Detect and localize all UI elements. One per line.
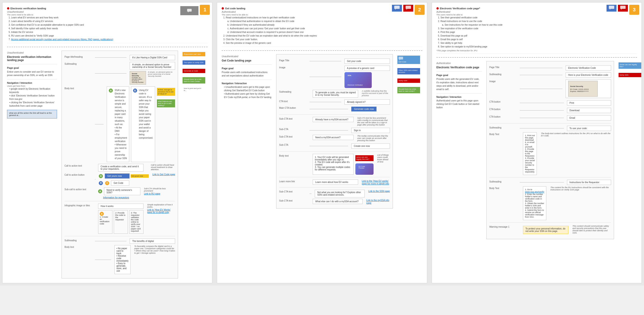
sub-cta-annotation: Sub-CTA should be less prominent [144, 187, 175, 192]
panel-3-notes: Authentication Electronic Verification c… [436, 61, 482, 239]
p2-sub-cta2-btn-row: Sub-CTA Create one now [279, 143, 390, 149]
p3-subheading2-field: To use your code: [567, 126, 611, 131]
body-text-row: Body text A SSA's new Electronic Verific… [64, 86, 175, 162]
p2-create-now-btn[interactable]: Create one now [351, 143, 390, 149]
p2-body-content: 1. Your EV code will be generated immedi… [313, 154, 374, 175]
p2-sub-cta1-text-field: Already have a mySSA account? [313, 117, 354, 122]
p3-body1-item2: 2. Provide this page to the Requestor. [525, 148, 535, 157]
p2-connector-5 [310, 109, 348, 109]
p2-learn-more-link[interactable]: Link to the 'How EV works' page for more… [362, 180, 389, 185]
p2-connector-2 [310, 77, 341, 77]
svg-rect-6 [398, 57, 403, 59]
req-3-3: See expiration of the verification code [440, 27, 637, 30]
p2-ssn-link[interactable]: Link to the SSN page [368, 190, 390, 192]
cta-button-get-code[interactable]: Get Code [111, 180, 129, 186]
p2-cta-text-row: CTA text Already signed in? [279, 99, 390, 105]
cta-button-label-a: Call to action button [64, 173, 92, 176]
p2-generate-code-btn[interactable]: Generate code now [351, 107, 376, 111]
connector-1 [95, 57, 126, 58]
p3-print-btn[interactable]: Print [567, 100, 611, 105]
p3-subheading-label: Subheading [489, 72, 516, 76]
sticky-2: what features are best to do to add wait… [157, 99, 175, 107]
panel-1-divider [7, 47, 208, 47]
p2-sign-in-btn[interactable]: Sign in [351, 128, 390, 133]
req-3-1: See their generated verification code [440, 16, 637, 19]
side-sticky-note: how to print and put it in... [182, 86, 205, 93]
p3-subheading2-content: To use your code: [567, 126, 611, 131]
body-text2-row: Body text • No paper card to track • Rec… [64, 245, 175, 274]
panel-1-nav-list: google search by Electronic Verification… [7, 87, 57, 108]
p2-subheading-field: To generate a code, you must be signed i… [313, 90, 358, 98]
p2-sub-cta1-text-row: Sub-CTA text Already have a mySSA accoun… [279, 117, 390, 126]
p2-body-label: Body text [279, 154, 306, 157]
benefits-annotation: To favorably compare the digital card to… [134, 245, 175, 254]
panel-3-nav-header: Navigation / Interaction [436, 96, 482, 98]
side-sticky-2: The option to verify SSN [182, 60, 205, 65]
panel-3-nav-text: Authenticated users get to this page upo… [436, 99, 482, 109]
panel-3-header: Electronic Verification code page* Authe… [436, 7, 637, 54]
p2-connector-9 [310, 146, 348, 146]
req-2-1d: Understand that account creation is requ… [230, 30, 422, 34]
p2-sub-cta2-btn-content: Create one now [351, 143, 390, 149]
p2-sub-cta1-btn-label: Sub-CTA [279, 127, 306, 130]
p3-connector-7 [520, 128, 564, 128]
sticky-get-yours: Get yours now [130, 174, 149, 178]
req-2-2: Understand that the EV code has an expir… [226, 34, 422, 38]
subheading2-field: The benefits of digital [130, 239, 175, 244]
panel-2-notes: Unauthenticated Get Code landing page Pa… [222, 54, 272, 209]
p2-sub-cta2-text-content: Need a mySSA account? [313, 135, 354, 140]
svg-marker-5 [406, 9, 408, 10]
ssn-card-annotation: A simple, on-demand option to prove owne… [148, 71, 175, 77]
p2-image-content: A preview of a generic card SSA Electron… [344, 66, 390, 88]
svg-marker-11 [621, 9, 622, 10]
p3-subheading-field: Here is your Electronic Verification cod… [566, 72, 611, 78]
cta-text-label: Call to action text [64, 164, 92, 167]
p2-sub-cta1-text-label: Sub-CTA text [279, 117, 306, 120]
sub-cta-link[interactable]: Information for requestors [103, 196, 129, 199]
sub-cta-link-annotation[interactable]: Link to RU page [144, 192, 175, 195]
p3-body2-item3: 3. Obtain the number holder's SSN and en… [525, 202, 544, 209]
benefit-1: • No paper card to track [116, 247, 129, 255]
cta-buttons-content: A Get yours now Get yours now B C [99, 173, 149, 186]
p2-image-label: Image [279, 66, 306, 69]
p3-side-sticky-1: Some can see legally this? [618, 62, 641, 69]
p2-sub-cta2-btn-label: Sub-CTA [279, 143, 306, 146]
p2-sub-cta1-text-content: Already have a mySSA account? [313, 117, 354, 122]
p3-body2-field: 1. Go to www.ssa.gov/verify 2. Enter the… [523, 186, 546, 220]
req-1-7-link[interactable]: Access additional social security number… [11, 38, 113, 41]
p2-learn-more-row: Learn more link Learn more about how EV … [279, 180, 390, 185]
p3-download-btn[interactable]: Download [567, 108, 611, 113]
cta-text-row: Call to action text Create a verificatio… [64, 164, 175, 172]
cta-annotation: Call to action should have visual treatm… [151, 164, 175, 171]
panel-2-nav-list: Unauthenticated users get to this page u… [222, 85, 272, 99]
p2-image-row: Image A preview of a generic card SSA El… [279, 66, 390, 88]
sub-cta-content: A Need to verify someone's SSN? Informat… [98, 187, 140, 199]
svg-rect-2 [394, 6, 400, 9]
p2-sub-cta2-text-field: Need a mySSA account? [313, 135, 354, 140]
panel-3-goal-text: Provide users with the generated EV code… [436, 77, 482, 91]
p2-tooltip-annotation: The tooltip communicates that the user c… [357, 135, 390, 142]
cta-button-get-yours[interactable]: Get yours now [105, 173, 130, 179]
p3-email-btn[interactable]: Email [567, 115, 611, 120]
p2-cta-text-field: Already signed in? [344, 99, 390, 105]
cta-link-annotation[interactable]: Link to Get Code page [152, 173, 175, 176]
p3-warning-label: Warning message 1 [489, 225, 516, 228]
req-1-7: Access additional social security number… [11, 38, 208, 41]
p2-side-sticky-4: Should there be a link back to card cent… [398, 87, 420, 93]
panel-1-number: 1 [200, 5, 210, 15]
panel-1-requirements: Learn what EV services are and how they … [7, 16, 208, 41]
p3-body1-item1: 1. Print out this page, download it, or … [525, 134, 535, 148]
p3-ssa-link[interactable]: www.ssa.gov/verify [525, 191, 544, 193]
p2-myssa-link[interactable]: Link to the mySSA info page [366, 199, 389, 204]
panel-3-dot [436, 7, 439, 9]
card-preview-2: EV Code Preview [356, 163, 374, 175]
svg-marker-3 [395, 9, 396, 10]
p3-cta-email-row: CTA button Email [489, 115, 611, 121]
body-b-text: Using EV code is secure. It's a safer wa… [139, 88, 153, 140]
p3-connector-1 [520, 68, 562, 68]
subheading2-label: Subheading [64, 239, 92, 242]
notes-divider-2b [222, 80, 272, 80]
infographic-link[interactable]: Link to 'How EV Works' page for in-depth… [147, 209, 175, 214]
p2-wf-divider-3 [279, 177, 390, 177]
wireframe-2: Page Title Get your code Image A preview… [276, 54, 392, 209]
